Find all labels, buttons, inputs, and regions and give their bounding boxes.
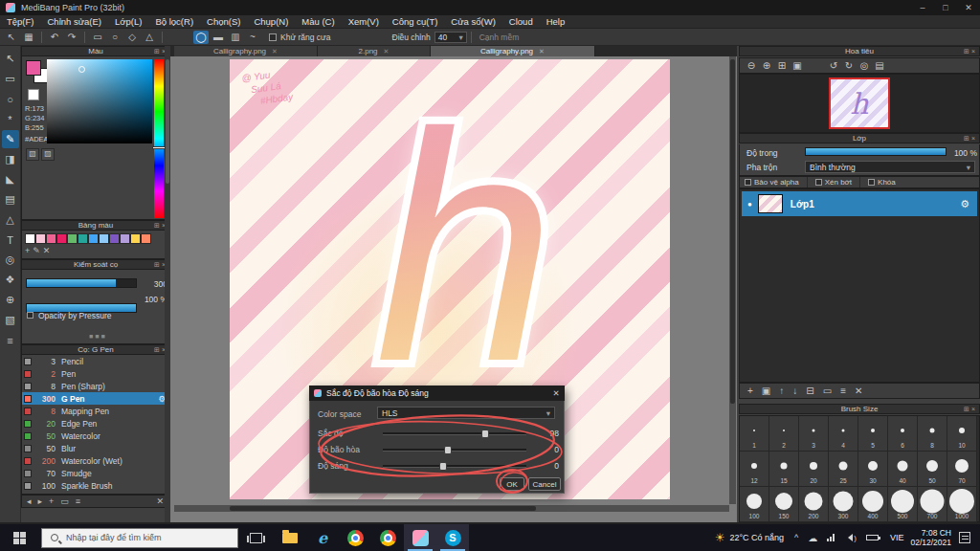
transparent-color-swatch[interactable]	[28, 89, 39, 100]
hand-tool-icon[interactable]: ❖	[2, 271, 19, 289]
menu-color[interactable]: Màu (C)	[295, 15, 341, 29]
panel-header-icons[interactable]: ⊞×	[964, 406, 977, 413]
actual-size-icon[interactable]: ▣	[790, 59, 805, 73]
magic-wand-tool-icon[interactable]: *	[2, 110, 19, 128]
layer-up-icon[interactable]: ↑	[779, 386, 784, 396]
layer-row-selected[interactable]: ● Lớp1 ⚙	[742, 191, 977, 216]
sv-picker-handle[interactable]	[78, 66, 85, 73]
select-rect-icon[interactable]: ▭	[90, 31, 105, 44]
brush-size-cell[interactable]: 30	[858, 452, 888, 487]
menu-cloud[interactable]: Cloud	[502, 15, 540, 29]
menu-help[interactable]: Help	[540, 15, 572, 29]
menu-layer[interactable]: Lớp(L)	[108, 15, 148, 29]
curve-tool-icon[interactable]: ~	[245, 31, 260, 44]
navigator-view[interactable]: h	[739, 74, 980, 133]
brush-item[interactable]: 8Mapping Pen	[22, 405, 169, 417]
brush-item-selected[interactable]: 300G Pen⚙	[22, 392, 169, 405]
brush-item[interactable]: 3Pencil	[22, 355, 169, 367]
tab-close-icon[interactable]: ✕	[272, 48, 278, 55]
palette-swatch[interactable]	[56, 233, 67, 244]
undo-icon[interactable]: ↶	[47, 31, 62, 44]
settings-tool-icon[interactable]: ≡	[2, 331, 19, 349]
brush-prev-icon[interactable]: ◂	[27, 496, 32, 506]
eyedropper-tool-icon[interactable]: ◎	[2, 251, 19, 269]
pressure-checkbox[interactable]	[27, 312, 33, 319]
layer-blend-dropdown[interactable]: Bình thường ▾	[805, 161, 975, 173]
task-view-icon[interactable]	[250, 533, 262, 543]
menu-select[interactable]: Chọn(S)	[200, 15, 247, 29]
lasso-icon[interactable]: △	[142, 31, 157, 44]
volume-icon[interactable]: )	[844, 534, 857, 542]
cancel-button[interactable]: Cancel	[528, 477, 561, 491]
brush-menu-icon[interactable]: ≡	[76, 496, 80, 506]
delete-color-icon[interactable]: ✕	[43, 246, 51, 255]
panel-resize-handle[interactable]: ■■■	[89, 333, 107, 340]
adjust-dropdown-icon[interactable]: ▾	[458, 33, 462, 42]
panel-header-icons[interactable]: ⊞×	[964, 135, 977, 143]
brush-control-header[interactable]: Kiểm soát cọ ⊞×	[21, 259, 170, 270]
palette-swatch[interactable]	[120, 233, 130, 244]
brush-item[interactable]: 2Pen	[22, 367, 169, 380]
add-brush-icon[interactable]: +	[49, 496, 54, 506]
foreground-color-swatch[interactable]	[26, 60, 41, 76]
clipping-checkbox[interactable]	[815, 179, 822, 186]
delete-layer-icon[interactable]: ✕	[855, 386, 862, 396]
color-space-dropdown[interactable]: HLS ▾	[377, 407, 555, 419]
brush-size-cell[interactable]: 25	[829, 452, 858, 487]
flip-view-icon[interactable]: ◎	[857, 59, 872, 73]
text-tool-icon[interactable]: T	[2, 231, 19, 249]
fill-tool-icon[interactable]: ◣	[2, 170, 19, 188]
taskbar-chrome-2[interactable]	[371, 524, 404, 551]
hue-handle[interactable]	[152, 146, 166, 149]
brush-size-cell[interactable]: 15	[769, 452, 799, 487]
alpha-lock-checkbox[interactable]	[745, 179, 751, 186]
eraser-tool-icon[interactable]: ◨	[2, 150, 19, 168]
layer-settings-gear-icon[interactable]: ⚙	[960, 198, 969, 210]
zoom-out-icon[interactable]: ⊖	[744, 59, 759, 73]
brush-size-cell[interactable]: 1	[740, 416, 769, 452]
weather-widget[interactable]: ☀ 22°C Có nắng	[715, 531, 784, 544]
brush-item[interactable]: 100Sparkle Brush	[22, 479, 169, 492]
divide-tool-icon[interactable]: ▧	[2, 311, 19, 329]
brush-item[interactable]: 20Edge Pen	[22, 417, 169, 430]
brush-item[interactable]: 200Watercolor (Wet)	[22, 454, 169, 467]
reset-view-icon[interactable]: ▤	[872, 59, 887, 73]
rotate-ccw-icon[interactable]: ↺	[826, 59, 841, 73]
line-tool-icon[interactable]: ▬	[211, 31, 226, 44]
hscroll-thumb[interactable]	[230, 506, 536, 511]
tab-2png[interactable]: 2.png ✕	[318, 46, 431, 56]
tab-calligraphy-2[interactable]: Calligraphy.png ✕	[431, 46, 595, 56]
brush-size-cell[interactable]: 500	[888, 487, 918, 522]
brush-size-cell[interactable]: 2	[769, 416, 799, 452]
vscroll-thumb[interactable]	[730, 59, 735, 404]
taskbar-explorer[interactable]	[274, 524, 306, 551]
layer-opacity-slider[interactable]	[805, 147, 947, 156]
navigator-header[interactable]: Hoa tiêu ⊞×	[739, 46, 980, 56]
brush-size-cell[interactable]: 5	[858, 416, 888, 452]
brush-item[interactable]: 8Pen (Sharp)	[22, 380, 169, 392]
lasso-tool-icon[interactable]: ○	[2, 90, 19, 108]
hue-slider-handle[interactable]	[481, 430, 489, 438]
delete-brush-icon[interactable]: ✕	[156, 496, 164, 506]
onedrive-cloud-icon[interactable]: ☁	[808, 533, 817, 543]
brush-next-icon[interactable]: ▸	[38, 496, 43, 506]
zoom-tool-icon[interactable]: ⊕	[2, 291, 19, 309]
brush-size-cell[interactable]: 100	[740, 487, 769, 522]
close-button[interactable]: ✕	[957, 0, 980, 15]
menu-file[interactable]: Tệp(F)	[0, 15, 41, 29]
palette-swatch[interactable]	[46, 233, 56, 244]
menu-filter[interactable]: Bộ lọc(R)	[148, 15, 200, 29]
layer-menu-icon[interactable]: ≡	[840, 386, 846, 396]
redo-icon[interactable]: ↷	[64, 31, 79, 44]
grid-tool-icon[interactable]: ▥	[228, 31, 243, 44]
menu-edit[interactable]: Chỉnh sửa(E)	[41, 15, 109, 29]
start-button[interactable]	[13, 532, 26, 544]
select-ellipse-icon[interactable]: ○	[107, 31, 122, 44]
duplicate-layer-icon[interactable]: ▣	[762, 386, 770, 396]
hue-slider[interactable]	[383, 432, 526, 435]
language-indicator[interactable]: VIE	[890, 533, 904, 542]
tab-calligraphy-1[interactable]: Calligraphy.png ✕	[174, 46, 318, 56]
edit-color-icon[interactable]: ✎	[33, 246, 40, 255]
brush-size-cell[interactable]: 1000	[947, 487, 977, 522]
add-color-icon[interactable]: +	[25, 246, 30, 255]
